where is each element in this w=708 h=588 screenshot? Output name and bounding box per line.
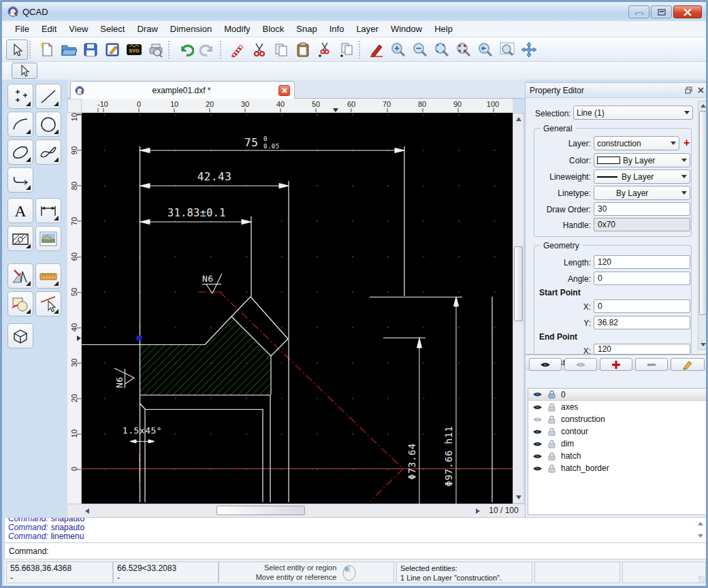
canvas-vertical-scrollbar[interactable]	[513, 113, 524, 504]
eye-icon[interactable]	[532, 440, 543, 448]
draw-pencil-button[interactable]	[366, 39, 387, 60]
print-preview-button[interactable]	[145, 39, 167, 60]
scroll-up-icon[interactable]	[516, 117, 521, 121]
lock-icon[interactable]	[548, 415, 556, 424]
save-file-button[interactable]	[80, 39, 101, 60]
select-tool-button[interactable]	[6, 39, 28, 60]
text-tool-button[interactable]: A	[7, 198, 33, 223]
lock-icon[interactable]	[548, 403, 556, 412]
cut-with-reference-button[interactable]	[314, 39, 336, 60]
pe-scroll-thumb[interactable]	[699, 111, 707, 315]
drawing-canvas[interactable]: 75 0 0.05 42.43 31.83±0.1 1.5x45° Φ73.64…	[82, 113, 513, 504]
lineweight-dropdown[interactable]: By Layer	[594, 169, 690, 184]
scroll-down-icon[interactable]	[698, 534, 703, 538]
layer-row[interactable]: hatch	[528, 450, 707, 462]
drawing-tab[interactable]: example01.dxf *	[70, 81, 295, 99]
property-editor-titlebar[interactable]: Property Editor	[526, 83, 708, 98]
add-layer-button[interactable]	[600, 358, 632, 371]
erase-button[interactable]	[227, 39, 248, 60]
line-tool-button[interactable]	[35, 84, 61, 109]
hide-all-layers-button[interactable]	[564, 358, 597, 371]
eye-icon[interactable]	[532, 404, 543, 411]
menu-layer[interactable]: Layer	[350, 22, 385, 36]
restore-button[interactable]	[651, 5, 672, 18]
close-panel-button[interactable]	[696, 86, 705, 95]
layer-dropdown[interactable]: construction	[594, 136, 679, 150]
v-scroll-thumb[interactable]	[514, 246, 523, 321]
arc-tool-button[interactable]	[7, 112, 33, 137]
lock-icon[interactable]	[548, 464, 556, 473]
command-input-row[interactable]: Command:	[4, 543, 708, 559]
remove-layer-button[interactable]	[635, 358, 668, 371]
linetype-dropdown[interactable]: By Layer	[594, 186, 690, 200]
scroll-up-icon[interactable]	[701, 104, 706, 108]
point-tool-button[interactable]	[7, 84, 33, 109]
scroll-down-icon[interactable]	[516, 495, 521, 500]
canvas-horizontal-scrollbar[interactable]	[67, 504, 525, 517]
previous-view-button[interactable]	[474, 39, 496, 60]
cut-button[interactable]	[248, 39, 270, 60]
cad-tools-button[interactable]	[7, 263, 33, 289]
menu-view[interactable]: View	[63, 22, 94, 36]
menu-edit[interactable]: Edit	[35, 22, 63, 36]
angle-input[interactable]: 0	[594, 272, 690, 285]
h-scroll-thumb[interactable]	[216, 506, 305, 515]
pan-button[interactable]	[518, 39, 540, 60]
svg-export-button[interactable]: SVG	[123, 39, 145, 60]
end-x-input[interactable]: 120	[594, 344, 690, 355]
color-dropdown[interactable]: By Layer	[594, 153, 690, 167]
dimension-tool-button[interactable]	[35, 198, 61, 223]
spline-tool-button[interactable]	[35, 140, 61, 165]
hatch-tool-button[interactable]	[7, 226, 33, 251]
edit-layer-button[interactable]	[671, 358, 705, 371]
tab-close-button[interactable]	[278, 85, 290, 96]
lock-icon[interactable]	[548, 427, 556, 436]
show-all-layers-button[interactable]	[529, 358, 562, 371]
title-bar[interactable]: QCAD	[2, 2, 706, 21]
menu-modify[interactable]: Modify	[218, 22, 256, 36]
scroll-left-icon[interactable]	[85, 508, 89, 514]
selection-dropdown[interactable]: Line (1)	[573, 105, 693, 120]
draw-order-input[interactable]: 30	[594, 202, 690, 216]
selection-handle[interactable]	[137, 336, 142, 341]
length-input[interactable]: 120	[594, 255, 690, 269]
eye-icon[interactable]	[532, 391, 543, 398]
layer-row[interactable]: hatch_border	[528, 462, 707, 474]
eye-icon[interactable]	[532, 465, 543, 472]
eye-off-icon[interactable]	[532, 416, 543, 423]
paste-button[interactable]	[292, 39, 314, 60]
zoom-window-button[interactable]	[496, 39, 518, 60]
menu-help[interactable]: Help	[428, 22, 459, 36]
zoom-in-button[interactable]	[387, 39, 409, 60]
layer-row[interactable]: axes	[528, 401, 707, 413]
modify-tool-button[interactable]	[7, 291, 33, 316]
active-tool-button[interactable]	[12, 63, 37, 79]
select-entity-button[interactable]	[35, 291, 61, 316]
start-x-input[interactable]: 0	[594, 299, 690, 313]
menu-window[interactable]: Window	[385, 22, 428, 36]
zoom-to-selection-button[interactable]	[453, 39, 474, 60]
3d-box-tool-button[interactable]	[7, 323, 33, 348]
circle-tool-button[interactable]	[35, 112, 61, 137]
command-history[interactable]: Command:snapauto Command:snapauto Comman…	[4, 517, 708, 543]
scroll-up-icon[interactable]	[698, 522, 703, 525]
layer-row[interactable]: contour	[528, 425, 707, 438]
lock-icon[interactable]	[548, 390, 556, 399]
close-button[interactable]	[673, 5, 702, 18]
menu-dimension[interactable]: Dimension	[164, 22, 218, 36]
open-file-button[interactable]	[58, 39, 80, 60]
layer-row[interactable]: 0	[528, 389, 707, 401]
polyline-tool-button[interactable]	[7, 167, 33, 193]
layer-row[interactable]: construction	[528, 413, 707, 425]
add-layer-button[interactable]: +	[683, 137, 690, 149]
layer-row[interactable]: dim	[528, 438, 707, 450]
minimize-button[interactable]	[628, 5, 649, 18]
menu-snap[interactable]: Snap	[290, 22, 323, 36]
menu-info[interactable]: Info	[323, 22, 351, 36]
start-y-input[interactable]: 36.82	[594, 316, 690, 329]
ellipse-tool-button[interactable]	[7, 140, 33, 165]
lock-icon[interactable]	[548, 440, 556, 448]
eye-icon[interactable]	[532, 453, 543, 460]
edit-drawing-button[interactable]	[101, 39, 123, 60]
menu-select[interactable]: Select	[94, 22, 131, 36]
